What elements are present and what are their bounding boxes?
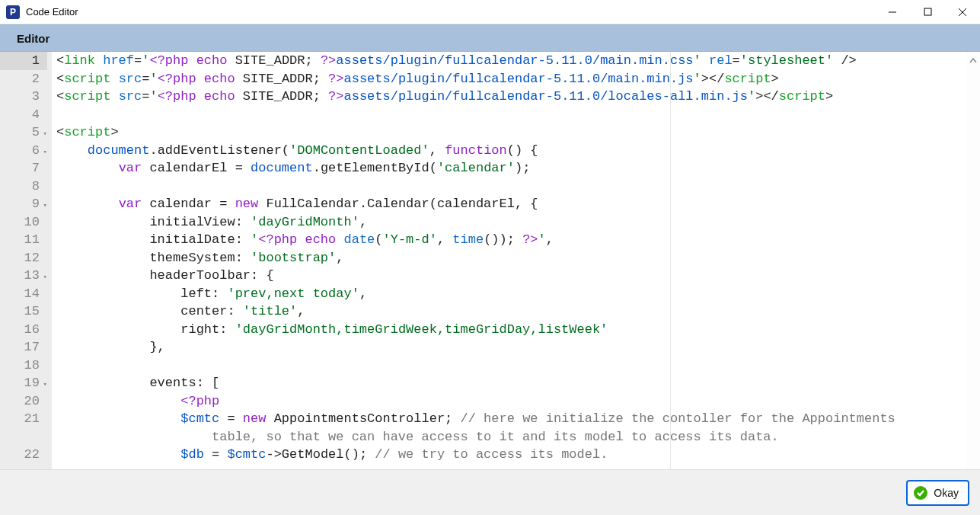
- minimize-button[interactable]: [875, 0, 910, 24]
- code-line[interactable]: <?php: [56, 392, 980, 411]
- code-line[interactable]: headerToolbar: {: [56, 267, 980, 285]
- line-number[interactable]: 4: [0, 106, 47, 124]
- code-editor[interactable]: 12345▾6▾789▾10111213▾141516171819▾202122…: [0, 52, 980, 469]
- code-line[interactable]: right: 'dayGridMonth,timeGridWeek,timeGr…: [56, 321, 980, 339]
- line-number-gutter[interactable]: 12345▾6▾789▾10111213▾141516171819▾202122: [0, 52, 52, 469]
- code-line[interactable]: $cmtc = new AppointmentsController; // h…: [56, 410, 980, 428]
- line-number[interactable]: 8: [0, 178, 47, 196]
- dialog-footer: Okay: [0, 469, 980, 515]
- code-line[interactable]: <script src='<?php echo SITE_ADDR; ?>ass…: [56, 70, 980, 88]
- code-line[interactable]: <script>: [56, 123, 980, 142]
- scroll-up-icon[interactable]: [968, 55, 978, 66]
- code-line[interactable]: },: [56, 338, 980, 357]
- line-number[interactable]: 18: [0, 357, 47, 375]
- minimize-icon: [888, 8, 897, 17]
- line-number[interactable]: 19▾: [0, 374, 47, 392]
- maximize-icon: [924, 8, 932, 16]
- line-number[interactable]: 2: [0, 70, 47, 88]
- line-number[interactable]: 16: [0, 321, 47, 339]
- code-line[interactable]: initialDate: '<?php echo date('Y-m-d', t…: [56, 231, 980, 249]
- okay-button[interactable]: Okay: [906, 480, 969, 506]
- line-number[interactable]: 20: [0, 392, 47, 411]
- line-number[interactable]: 12: [0, 249, 47, 267]
- vertical-scrollbar[interactable]: [966, 52, 980, 469]
- code-line[interactable]: events: [: [56, 374, 980, 392]
- code-line[interactable]: left: 'prev,next today',: [56, 285, 980, 303]
- line-number[interactable]: [0, 428, 47, 446]
- code-line[interactable]: $db = $cmtc->GetModel(); // we try to ac…: [56, 446, 980, 464]
- line-number[interactable]: 17: [0, 338, 47, 357]
- code-line[interactable]: themeSystem: 'bootstrap',: [56, 249, 980, 267]
- code-line[interactable]: table, so that we can have access to it …: [56, 428, 980, 446]
- close-button[interactable]: [945, 0, 980, 24]
- code-line[interactable]: var calendarEl = document.getElementById…: [56, 159, 980, 178]
- line-number[interactable]: 13▾: [0, 267, 47, 285]
- app-icon: P: [6, 5, 20, 19]
- code-line[interactable]: <link href='<?php echo SITE_ADDR; ?>asse…: [56, 52, 980, 70]
- line-number[interactable]: 10: [0, 213, 47, 232]
- line-number[interactable]: 22: [0, 446, 47, 464]
- code-line[interactable]: center: 'title',: [56, 302, 980, 321]
- code-line[interactable]: [56, 106, 980, 124]
- line-number[interactable]: 15: [0, 302, 47, 321]
- line-number[interactable]: 9▾: [0, 195, 47, 213]
- close-icon: [958, 8, 967, 17]
- app-icon-letter: P: [10, 7, 16, 18]
- svg-rect-0: [924, 8, 931, 15]
- line-number[interactable]: 5▾: [0, 123, 47, 142]
- check-icon: [914, 486, 927, 500]
- code-line[interactable]: var calendar = new FullCalendar.Calendar…: [56, 195, 980, 213]
- line-number[interactable]: 3: [0, 88, 47, 106]
- code-line[interactable]: [56, 178, 980, 196]
- code-line[interactable]: initialView: 'dayGridMonth',: [56, 213, 980, 232]
- editor-section-label: Editor: [17, 32, 49, 45]
- code-line[interactable]: document.addEventListener('DOMContentLoa…: [56, 142, 980, 160]
- line-number[interactable]: 21: [0, 410, 47, 428]
- editor-section-header: Editor: [0, 24, 980, 52]
- window-title: Code Editor: [26, 6, 78, 18]
- maximize-button[interactable]: [910, 0, 945, 24]
- line-number[interactable]: 6▾: [0, 142, 47, 160]
- line-number[interactable]: 14: [0, 285, 47, 303]
- window-titlebar: P Code Editor: [0, 0, 980, 24]
- line-number[interactable]: 1: [0, 52, 47, 70]
- code-line[interactable]: <script src='<?php echo SITE_ADDR; ?>ass…: [56, 88, 980, 106]
- window-controls: [875, 0, 980, 24]
- line-number[interactable]: 7: [0, 159, 47, 178]
- line-number[interactable]: 11: [0, 231, 47, 249]
- okay-button-label: Okay: [934, 487, 959, 499]
- code-line[interactable]: [56, 357, 980, 375]
- code-content[interactable]: <link href='<?php echo SITE_ADDR; ?>asse…: [52, 52, 980, 469]
